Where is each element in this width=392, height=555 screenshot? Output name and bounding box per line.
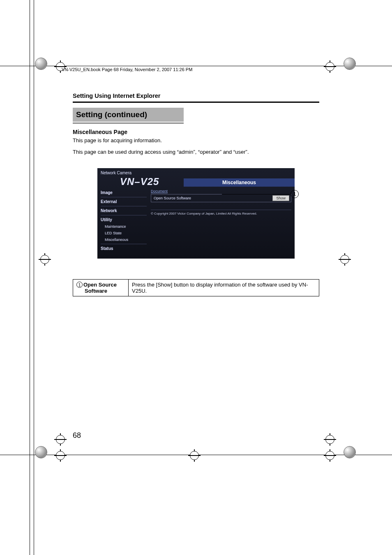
- print-header: VN-V25U_EN.book Page 68 Friday, November…: [62, 67, 192, 72]
- table-row: 1Open Source Software Press the [Show] b…: [73, 280, 319, 296]
- crop-cross-bl2: [56, 451, 68, 463]
- sidebar-item-led-state[interactable]: LED State: [101, 230, 151, 236]
- callout-number-1: 1: [291, 190, 299, 198]
- crop-cross-mr: [340, 255, 353, 267]
- sidebar-item-external[interactable]: External: [101, 198, 151, 205]
- ss-copyright: © Copyright 2007 Victor Company of Japan…: [151, 210, 291, 215]
- crop-sphere-tr: [344, 58, 356, 70]
- callout-number-cell: 1: [76, 282, 83, 288]
- description-table: 1Open Source Software Press the [Show] b…: [73, 279, 319, 296]
- page-number: 68: [73, 431, 81, 440]
- divider-mid: [73, 123, 184, 124]
- sidebar-item-network[interactable]: Network: [101, 207, 151, 214]
- ss-sidebar: Image External Network Utility Maintenan…: [97, 187, 151, 252]
- crop-cross-ml: [40, 255, 53, 267]
- breadcrumb: Setting Using Internet Explorer: [73, 92, 319, 99]
- crop-cross-br2: [325, 451, 338, 463]
- callout-leader-line: [222, 194, 291, 194]
- crop-sphere-bl: [35, 446, 47, 458]
- sidebar-item-maintenance[interactable]: Maintenance: [101, 223, 151, 230]
- crop-sphere-tl: [35, 58, 47, 70]
- divider-thick: [73, 102, 319, 103]
- ss-row-label: Open Source Software: [151, 195, 272, 201]
- paragraph-2: This page can be used during access usin…: [73, 148, 319, 156]
- table-description: Press the [Show] button to display infor…: [129, 280, 319, 296]
- ss-document-label: Document: [151, 189, 291, 193]
- section-title: Setting (continued): [73, 108, 184, 122]
- table-label-line2: Software: [76, 288, 125, 294]
- sub-heading: Miscellaneous Page: [73, 129, 319, 135]
- crop-cross-bl1: [56, 435, 68, 447]
- sidebar-item-image[interactable]: Image: [101, 189, 151, 196]
- show-button[interactable]: Show: [272, 195, 289, 201]
- paragraph-1: This page is for acquiring information.: [73, 137, 319, 144]
- crop-cross-bc: [190, 451, 202, 463]
- sidebar-item-miscellaneous[interactable]: Miscellaneous: [101, 236, 151, 243]
- embedded-screenshot: Network Camera VN–V25 Miscellaneous Imag…: [97, 168, 295, 259]
- ss-page-title: Miscellaneous: [184, 178, 295, 187]
- crop-cross-tr: [325, 62, 338, 74]
- table-label-line1: Open Source: [83, 282, 117, 288]
- ss-open-source-row: Open Source Software Show: [151, 194, 291, 202]
- crop-cross-br1: [325, 435, 338, 447]
- ss-brand: Network Camera: [97, 168, 295, 175]
- crop-sphere-br: [344, 446, 356, 458]
- sidebar-item-utility[interactable]: Utility: [101, 216, 151, 223]
- sidebar-item-status[interactable]: Status: [101, 245, 151, 252]
